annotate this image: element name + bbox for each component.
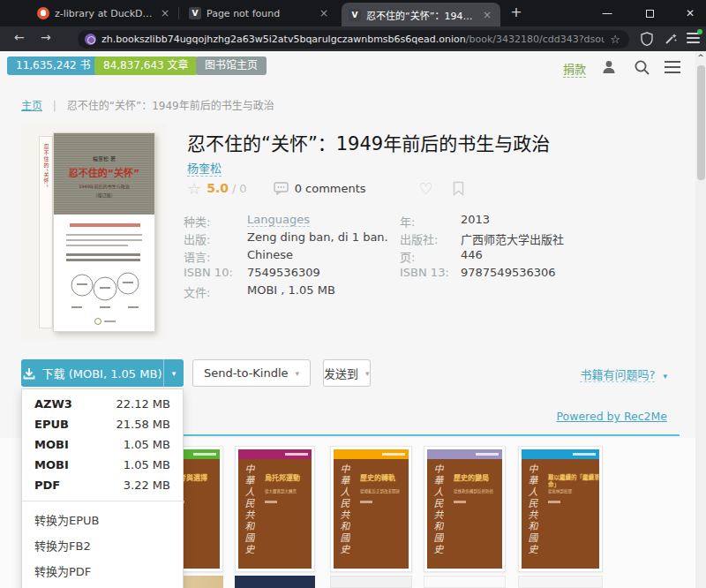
related-subtitle: 從批林到批鄧: [548, 488, 599, 494]
cover-red-tagline: [70, 223, 140, 227]
format-option[interactable]: PDF3.22 MB: [22, 475, 183, 495]
breadcrumb-home-link[interactable]: 主页: [21, 100, 42, 112]
cover-top-band: 楊奎松 著 忍不住的“关怀” 1949年前后的书生与政治 〔增订版〕: [54, 133, 154, 215]
detail-value: 广西师范大学出版社: [461, 230, 564, 247]
rating-star-icon[interactable]: ☆: [187, 179, 201, 198]
cover-text-line: [66, 245, 128, 246]
books-count-badge[interactable]: 11,635,242 书: [7, 57, 100, 75]
detail-row: ISBN 10:: [184, 266, 233, 279]
related-book-cover[interactable]: 中華人民共和國史 歷史的轉軌 從撥亂反正到改革開放: [330, 446, 412, 572]
tab-separator: [178, 7, 179, 19]
tab-title: z-library at DuckDuckGo: [55, 8, 154, 19]
related-book-cover[interactable]: [424, 576, 506, 588]
shield-icon[interactable]: [641, 32, 653, 46]
browser-window: z-library at DuckDuckGo × V Page not fou…: [0, 0, 706, 588]
breadcrumb-separator: |: [53, 100, 56, 112]
format-option[interactable]: MOBI1.05 MB: [22, 434, 183, 455]
related-subtitle: 從大躍進到大饑荒: [265, 488, 312, 494]
format-option[interactable]: EPUB21.58 MB: [22, 414, 183, 434]
detail-value: 9787549536306: [461, 266, 556, 279]
back-icon[interactable]: ←: [14, 30, 25, 44]
format-option[interactable]: MOBI1.05 MB: [22, 455, 183, 475]
browser-menu-icon[interactable]: [687, 33, 700, 43]
site-menu-icon[interactable]: [665, 57, 680, 77]
url-bar[interactable]: zh.bookszlibb74ugqojhzhg2a63w5i2atv5bqar…: [78, 30, 629, 49]
forward-icon[interactable]: →: [41, 30, 51, 44]
download-format-menu: AZW322.12 MB EPUB21.58 MB MOBI1.05 MB MO…: [21, 388, 184, 588]
tab-page-not-found[interactable]: V Page not found ×: [182, 0, 337, 26]
comments-count[interactable]: 0 comments: [295, 182, 366, 195]
convert-option[interactable]: 转换为TXT: [22, 584, 183, 588]
book-cover-image[interactable]: 忍不住的“关怀” 楊奎松 著 忍不住的“关怀” 1949年前后的书生与政治 〔增…: [21, 124, 166, 340]
scrollbar-thumb[interactable]: [697, 65, 705, 180]
detail-label: 出版:: [184, 233, 210, 246]
cover-author: 楊奎松 著: [54, 155, 154, 162]
cleaner-wand-icon[interactable]: [664, 32, 678, 46]
maximize-button[interactable]: [632, 0, 667, 26]
close-tab-icon[interactable]: ×: [318, 7, 330, 19]
download-options-caret[interactable]: ▾: [163, 359, 184, 387]
close-tab-icon[interactable]: ×: [481, 9, 493, 21]
chevron-down-icon: ▾: [663, 372, 667, 381]
categories-link[interactable]: Languages: [247, 213, 310, 227]
related-book-cover[interactable]: 中華人民共和國史 烏托邦運動 從大躍進到大饑荒: [235, 446, 315, 572]
detail-label: ISBN 10:: [184, 266, 233, 279]
menu-divider: [22, 501, 183, 501]
download-icon: [23, 367, 35, 380]
save-bookmark-icon[interactable]: [453, 181, 464, 196]
scroll-up-arrow[interactable]: ^: [695, 51, 706, 64]
detail-row: 文件:: [184, 283, 210, 300]
close-window-button[interactable]: ✕: [672, 0, 706, 26]
related-author-mark: [548, 501, 560, 503]
send-to-kindle-button[interactable]: Send-to-Kindle ▾: [192, 359, 311, 387]
scrollbar[interactable]: ^: [695, 51, 706, 588]
detail-row: 页:: [400, 248, 415, 265]
profile-icon[interactable]: [600, 58, 618, 76]
related-book-cover[interactable]: 中華人民共和國史 歷史的變局 從挽救危機到反修防修: [424, 446, 506, 572]
url-text[interactable]: zh.bookszlibb74ugqojhzhg2a63w5i2atv5bqar…: [101, 34, 605, 45]
format-option[interactable]: AZW322.12 MB: [22, 394, 183, 414]
url-domain: zh.bookszlibb74ugqojhzhg2a63w5i2atv5bqar…: [101, 34, 466, 45]
related-book-cover[interactable]: [330, 576, 412, 588]
tab-title: 忍不住的“关怀”：1949年前后的: [366, 8, 476, 22]
detail-value: Zeng ding ban, di 1 ban.: [247, 230, 388, 244]
tab-book-active[interactable]: V 忍不住的“关怀”：1949年前后的 ×: [342, 3, 500, 26]
close-tab-icon[interactable]: ×: [159, 7, 171, 19]
convert-option[interactable]: 转换为PDF: [22, 558, 183, 584]
rating-count: 0: [239, 182, 246, 195]
onion-site-icon[interactable]: [85, 34, 96, 45]
series-title-vertical: 中華人民共和國史: [524, 464, 538, 561]
related-title: 歷史的變局: [454, 474, 502, 483]
send-to-button[interactable]: 发送到 ▾: [323, 359, 371, 387]
related-book-cover[interactable]: 中華人民共和國史 難以繼續的「繼續革命」 從批林到批鄧: [518, 446, 603, 572]
search-icon[interactable]: [634, 59, 650, 76]
tab-duckduckgo[interactable]: z-library at DuckDuckGo ×: [30, 0, 178, 26]
chevron-down-icon: ▾: [365, 369, 370, 378]
author-link[interactable]: 杨奎松: [187, 159, 222, 177]
bookmark-star-icon[interactable]: ☆: [610, 33, 622, 46]
donate-link[interactable]: 捐款: [563, 60, 586, 78]
minimize-button[interactable]: —: [590, 0, 625, 26]
duckduckgo-favicon-icon: [37, 7, 49, 19]
cover-subtitle: 1949年前后的书生与政治: [54, 183, 154, 189]
download-button[interactable]: 下载 (MOBI, 1.05 MB): [21, 359, 163, 387]
comments-icon[interactable]: [274, 182, 289, 195]
library-home-badge[interactable]: 图书馆主页: [196, 57, 267, 75]
maximize-icon: [646, 10, 654, 18]
detail-row: 出版:: [184, 230, 210, 247]
new-tab-button[interactable]: +: [507, 4, 526, 20]
convert-option[interactable]: 转换为EPUB: [22, 507, 183, 532]
report-book-link[interactable]: 书籍有问题吗? ▾: [580, 366, 667, 382]
convert-option[interactable]: 转换为FB2: [22, 532, 183, 558]
powered-by-link[interactable]: Powered by Rec2Me: [556, 410, 667, 423]
breadcrumb: 主页 | 忍不住的“关怀”：1949年前后的书生与政治: [21, 97, 274, 112]
send-to-label: 发送到: [324, 365, 358, 381]
favorite-heart-icon[interactable]: ♡: [419, 179, 433, 198]
chevron-down-icon: ▾: [296, 369, 300, 378]
cover-title: 忍不住的“关怀”: [54, 165, 154, 179]
related-book-cover[interactable]: [235, 576, 315, 588]
cover-text-line: [66, 259, 140, 261]
articles-count-badge[interactable]: 84,837,643 文章: [94, 57, 198, 75]
related-book-cover[interactable]: [518, 576, 603, 588]
cover-text-line: [66, 239, 142, 241]
